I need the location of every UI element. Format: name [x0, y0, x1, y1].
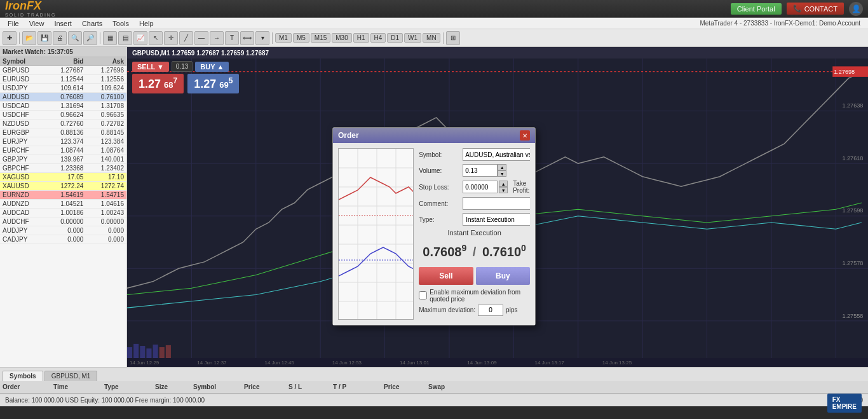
- tb-fib[interactable]: ⟺: [240, 31, 254, 45]
- tab-gbpusd[interactable]: GBPUSD, M1: [44, 371, 98, 381]
- tb-chart-line[interactable]: 📈: [133, 31, 147, 45]
- market-watch-row[interactable]: EURUSD1.125441.12556: [0, 75, 126, 84]
- tb-mn[interactable]: MN: [423, 33, 440, 43]
- enable-deviation-checkbox[interactable]: [419, 291, 427, 299]
- market-watch-row[interactable]: USDJPY109.614109.624: [0, 84, 126, 93]
- tb-sep3: [272, 32, 273, 44]
- symbol-input[interactable]: [463, 148, 530, 161]
- market-watch-row[interactable]: CADJPY0.0000.000: [0, 235, 126, 244]
- svg-text:1.27598: 1.27598: [842, 207, 863, 214]
- ask-price-sup: 0: [521, 243, 526, 253]
- chart-sell-button[interactable]: SELL ▼: [132, 62, 169, 72]
- meta-info: MetaTrader 4 - 2733833 - IronFX-Demo1: D…: [700, 20, 865, 27]
- market-watch-row[interactable]: USDCHF0.966240.96635: [0, 111, 126, 120]
- sell-button[interactable]: Sell: [419, 267, 473, 285]
- tb-print[interactable]: 🖨: [53, 31, 67, 45]
- chart-prices: 1.27 687 1.27 695: [132, 74, 239, 93]
- sl-up[interactable]: ▲: [499, 181, 508, 187]
- chart-buy-button[interactable]: BUY ▲: [195, 62, 229, 72]
- tb-m30[interactable]: M30: [332, 33, 351, 43]
- menu-help[interactable]: Help: [134, 18, 159, 29]
- tb-line[interactable]: ╱: [179, 31, 193, 45]
- tb-new[interactable]: ✚: [3, 31, 17, 45]
- comment-input[interactable]: [463, 197, 530, 210]
- tb-d1[interactable]: D1: [387, 33, 403, 43]
- symbol-row: Symbol: ▼: [419, 148, 530, 161]
- market-watch-row[interactable]: USDCAD1.316941.31708: [0, 102, 126, 111]
- tb-zoomin[interactable]: 🔍: [68, 31, 82, 45]
- market-watch-row[interactable]: EURGBP0.881360.88145: [0, 128, 126, 137]
- pips-label: pips: [506, 306, 517, 313]
- tb-text[interactable]: T: [225, 31, 239, 45]
- volume-input[interactable]: [463, 164, 498, 177]
- market-watch-row[interactable]: GBPUSD1.276871.27696: [0, 66, 126, 75]
- sl-down[interactable]: ▼: [499, 187, 508, 193]
- menu-view[interactable]: View: [24, 18, 50, 29]
- market-watch-title: Market Watch: 15:37:05: [0, 47, 126, 57]
- fx-empire-watermark: FXEMPIRE: [827, 394, 862, 413]
- tb-m5[interactable]: M5: [293, 33, 309, 43]
- user-icon[interactable]: 👤: [849, 2, 863, 16]
- market-watch-row[interactable]: AUDNZD1.045211.04616: [0, 200, 126, 209]
- chart-ohlc: GBPUSD,M1 1.27659 1.27687 1.27659 1.2768…: [132, 50, 269, 57]
- market-watch-row[interactable]: NZDUSD0.727600.72782: [0, 120, 126, 128]
- tb-more[interactable]: ▾: [255, 31, 269, 45]
- client-portal-button[interactable]: Client Portal: [731, 3, 782, 15]
- tb-m15[interactable]: M15: [311, 33, 330, 43]
- tb-save[interactable]: 💾: [37, 31, 51, 45]
- market-watch-row[interactable]: XAGUSD17.0517.10: [0, 173, 126, 182]
- buy-button[interactable]: Buy: [476, 267, 530, 285]
- tb-hline[interactable]: —: [194, 31, 208, 45]
- logo-iron: Iron: [5, 0, 27, 11]
- volume-up[interactable]: ▲: [498, 164, 506, 170]
- market-watch-row[interactable]: AUDCHF0.000000.00000: [0, 217, 126, 226]
- market-watch-row[interactable]: EURCHF1.087441.08764: [0, 146, 126, 155]
- tb-m1[interactable]: M1: [275, 33, 292, 43]
- market-watch-row[interactable]: XAUUSD1272.241272.74: [0, 182, 126, 191]
- mw-symbol: AUDCHF: [3, 218, 43, 225]
- max-deviation-row: Maximum deviation: pips: [419, 305, 530, 316]
- topbar-right: Client Portal 📞 CONTACT 👤: [731, 2, 863, 16]
- tb-open[interactable]: 📂: [22, 31, 36, 45]
- mw-bid: 0.96624: [43, 111, 84, 118]
- bottom-tabs: Symbols GBPUSD, M1: [0, 367, 868, 381]
- tb-h1[interactable]: H1: [353, 33, 369, 43]
- tb-sep4: [443, 32, 444, 44]
- stop-loss-input[interactable]: [463, 181, 498, 193]
- volume-down[interactable]: ▼: [498, 170, 506, 177]
- type-select[interactable]: Instant Execution: [463, 213, 530, 226]
- tb-chart-bar[interactable]: ▦: [103, 31, 117, 45]
- tb-profiles[interactable]: ⊞: [446, 31, 460, 45]
- tb-h4[interactable]: H4: [370, 33, 386, 43]
- tb-crosshair[interactable]: ✛: [164, 31, 178, 45]
- mw-bid: 1.27687: [43, 67, 84, 74]
- market-watch-row[interactable]: EURNZD1.546191.54715: [0, 191, 126, 200]
- market-watch-row[interactable]: AUDJPY0.0000.000: [0, 226, 126, 235]
- tab-symbols[interactable]: Symbols: [3, 371, 43, 381]
- tb-w1[interactable]: W1: [404, 33, 421, 43]
- mw-symbol: GBPUSD: [3, 67, 43, 74]
- mw-ask: 123.384: [83, 138, 124, 145]
- market-watch-row[interactable]: GBPCHF1.233681.23402: [0, 164, 126, 173]
- contact-button[interactable]: 📞 CONTACT: [787, 3, 844, 15]
- market-watch-row[interactable]: AUDUSD0.760890.76100: [0, 93, 126, 102]
- price-separator: /: [473, 245, 480, 259]
- market-watch-row[interactable]: GBPJPY139.967140.001: [0, 155, 126, 164]
- market-watch-row[interactable]: EURJPY123.374123.384: [0, 137, 126, 146]
- menu-charts[interactable]: Charts: [77, 18, 107, 29]
- menu-file[interactable]: File: [3, 18, 24, 29]
- mw-bid: 139.967: [43, 156, 84, 163]
- tb-cursor[interactable]: ↖: [149, 31, 163, 45]
- max-deviation-input[interactable]: [478, 305, 503, 316]
- tb-zoomout[interactable]: 🔎: [83, 31, 97, 45]
- menu-insert[interactable]: Insert: [49, 18, 77, 29]
- tb-chart-candle[interactable]: ▤: [118, 31, 132, 45]
- volume-label: Volume:: [419, 167, 460, 174]
- menu-tools[interactable]: Tools: [107, 18, 134, 29]
- market-watch-row[interactable]: AUDCAD1.001861.00243: [0, 209, 126, 217]
- instant-execution-label: Instant Execution: [419, 229, 530, 237]
- mw-ask: 109.624: [83, 85, 124, 92]
- svg-rect-32: [339, 149, 414, 320]
- tb-arrow[interactable]: →: [210, 31, 224, 45]
- order-close-button[interactable]: ✕: [520, 130, 530, 141]
